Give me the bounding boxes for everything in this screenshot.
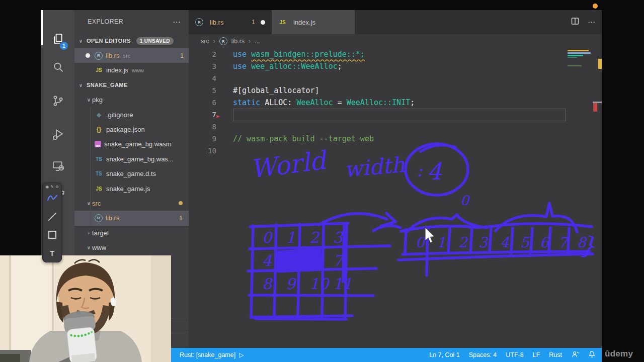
line-number: 10 xyxy=(189,147,216,155)
open-editors-list: Rlib.rssrc1JSindex.jswww xyxy=(74,48,189,77)
code-text: use wasm_bindgen::prelude::*; xyxy=(216,50,365,59)
tree-item-label: pkg xyxy=(92,96,103,104)
code-area[interactable]: 2use wasm_bindgen::prelude::*;3use wee_a… xyxy=(189,48,602,157)
tree-folder-target[interactable]: ›target xyxy=(74,226,189,240)
tab-actions: ⋯ xyxy=(571,10,596,34)
tree-file-snake_game_bg.wasm[interactable]: WAsnake_game_bg.wasm xyxy=(74,137,189,151)
run-icon[interactable]: ▷ xyxy=(239,351,244,358)
unsaved-badge: 1 UNSAVED xyxy=(136,37,174,45)
json-file-icon: {} xyxy=(95,126,103,133)
person-icon[interactable] xyxy=(571,350,579,360)
pen-settings-icon[interactable]: ✎ xyxy=(50,185,54,189)
line-number: 4 xyxy=(189,74,216,82)
status-item[interactable]: LF xyxy=(533,351,540,358)
status-item[interactable]: Spaces: 4 xyxy=(469,351,497,358)
sidebar-more-icon[interactable]: ⋯ xyxy=(173,17,181,27)
code-text: use wee_alloc::WeeAlloc; xyxy=(216,62,342,71)
code-segment: wasm_bindgen::prelude::*; xyxy=(251,50,365,59)
udemy-watermark: ûdemy xyxy=(605,349,633,359)
tab-index.js[interactable]: JSindex.js xyxy=(272,10,355,34)
split-editor-icon[interactable] xyxy=(571,17,580,28)
record-tool-icon[interactable]: ◉ xyxy=(45,185,49,189)
open-editor-row[interactable]: Rlib.rssrc1 xyxy=(74,48,189,63)
tree-file-snake_game_bg.was...[interactable]: TSsnake_game_bg.was... xyxy=(74,152,189,166)
code-segment: = xyxy=(333,98,347,107)
code-line-4[interactable]: 4 xyxy=(189,72,602,84)
line-number: 2 xyxy=(189,50,216,58)
minimap-line xyxy=(568,50,589,51)
tree-item-label: target xyxy=(92,229,109,237)
search-icon[interactable] xyxy=(41,55,74,79)
tab-lib.rs[interactable]: Rlib.rs1 xyxy=(189,10,272,34)
file-tree: ∨pkg◆.gitignore{}package.jsonWAsnake_gam… xyxy=(74,93,189,255)
js-file-icon: JS xyxy=(95,186,103,192)
ruler-error-mark xyxy=(593,103,597,112)
pen-tool-button[interactable] xyxy=(45,190,60,207)
tree-file-package.json[interactable]: {}package.json xyxy=(74,122,189,137)
status-item[interactable]: Rust xyxy=(549,351,562,358)
editor-more-icon[interactable]: ⋯ xyxy=(588,18,596,27)
code-line-5[interactable]: 5#[global_allocator] xyxy=(189,84,602,97)
code-segment: wee_alloc::WeeAlloc xyxy=(251,62,338,71)
explorer-icon[interactable]: 1 xyxy=(41,27,74,51)
breadcrumb-item[interactable]: ... xyxy=(255,38,260,45)
minimap-line xyxy=(568,52,591,54)
tree-item-label: package.json xyxy=(106,126,145,133)
code-line-9[interactable]: 9// wasm-pack build --target web xyxy=(189,133,602,145)
rust-file-icon: R xyxy=(195,18,203,26)
status-item[interactable]: UTF-8 xyxy=(506,351,523,358)
current-line-highlight xyxy=(233,109,566,121)
tree-file-lib.rs[interactable]: Rlib.rs1 xyxy=(74,211,189,225)
project-section-header[interactable]: ∨ SNAKE_GAME xyxy=(74,77,189,93)
line-tool-button[interactable] xyxy=(45,208,60,225)
status-item[interactable]: Ln 7, Col 1 xyxy=(429,351,459,358)
breadcrumb-item[interactable]: lib.rs xyxy=(231,38,245,45)
js-file-icon: JS xyxy=(278,20,287,25)
indent-guide xyxy=(90,107,91,211)
indent-guide xyxy=(90,211,91,225)
screen: 1 EXPLORER ⋯ ∨ xyxy=(0,0,644,362)
code-text: #[global_allocator] xyxy=(216,86,319,95)
modified-dot xyxy=(86,53,90,58)
code-segment: ; xyxy=(410,98,415,107)
run-debug-icon[interactable] xyxy=(41,122,74,146)
code-text: static ALLOC: WeeAlloc = WeeAlloc::INIT; xyxy=(216,98,415,107)
sidebar-separator xyxy=(171,318,189,318)
bell-icon[interactable] xyxy=(588,350,596,360)
rectangle-tool-button[interactable] xyxy=(45,226,60,243)
open-editor-row[interactable]: JSindex.jswww xyxy=(74,63,189,77)
source-control-icon[interactable] xyxy=(41,88,74,113)
code-line-10[interactable]: 10 xyxy=(189,145,602,157)
tree-file-.gitignore[interactable]: ◆.gitignore xyxy=(74,107,189,122)
tree-file-snake_game.js[interactable]: JSsnake_game.js xyxy=(74,181,189,196)
tree-folder-pkg[interactable]: ∨pkg xyxy=(74,93,189,107)
code-line-2[interactable]: 2use wasm_bindgen::prelude::*; xyxy=(189,48,602,60)
text-tool-button[interactable]: T xyxy=(45,244,60,261)
webcam-overlay xyxy=(0,255,171,362)
breadcrumb-item[interactable]: src xyxy=(201,38,209,45)
sidebar-title: EXPLORER xyxy=(88,18,123,25)
tree-file-snake_game.d.ts[interactable]: TSsnake_game.d.ts xyxy=(74,166,189,181)
git-modified-dot xyxy=(179,201,183,205)
remote-explorer-icon[interactable] xyxy=(41,154,74,178)
minimap-line xyxy=(568,55,583,56)
code-line-6[interactable]: 6static ALLOC: WeeAlloc = WeeAlloc::INIT… xyxy=(189,97,602,109)
gutter-error-marker: ▸ xyxy=(216,112,220,120)
rust-file-icon: R xyxy=(219,37,227,45)
tree-item-label: snake_game_bg.wasm xyxy=(104,140,172,148)
tree-item-label: snake_game_bg.was... xyxy=(106,155,174,163)
gitignore-file-icon: ◆ xyxy=(95,112,103,118)
code-line-3[interactable]: 3use wee_alloc::WeeAlloc; xyxy=(189,60,602,72)
clear-tool-icon[interactable]: ⊖ xyxy=(55,185,59,189)
code-line-7[interactable]: 7 xyxy=(189,109,602,121)
tree-folder-src[interactable]: ∨src xyxy=(74,196,189,211)
webcam-video xyxy=(0,255,171,362)
breadcrumb[interactable]: src › R lib.rs › ... xyxy=(189,34,602,48)
tab-bar: Rlib.rs1JSindex.js xyxy=(189,10,602,34)
open-editors-header[interactable]: ∨ OPEN EDITORS 1 UNSAVED xyxy=(74,33,189,48)
project-name: SNAKE_GAME xyxy=(87,82,128,88)
tree-folder-www[interactable]: ∨www xyxy=(74,240,189,255)
rust-analyzer-status[interactable]: Rust: [snake_game] xyxy=(180,351,235,358)
code-line-8[interactable]: 8 xyxy=(189,121,602,133)
ts-file-icon: TS xyxy=(95,156,103,162)
